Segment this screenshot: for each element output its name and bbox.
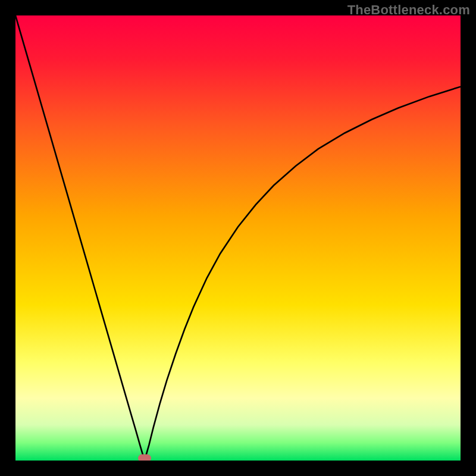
curve-right-branch	[145, 87, 461, 461]
watermark-text: TheBottleneck.com	[347, 2, 470, 18]
bottleneck-curve	[15, 15, 461, 461]
plot-area	[15, 15, 461, 461]
chart-frame: TheBottleneck.com	[0, 0, 476, 476]
curve-left-branch	[15, 15, 145, 461]
optimal-point-marker	[138, 455, 151, 461]
